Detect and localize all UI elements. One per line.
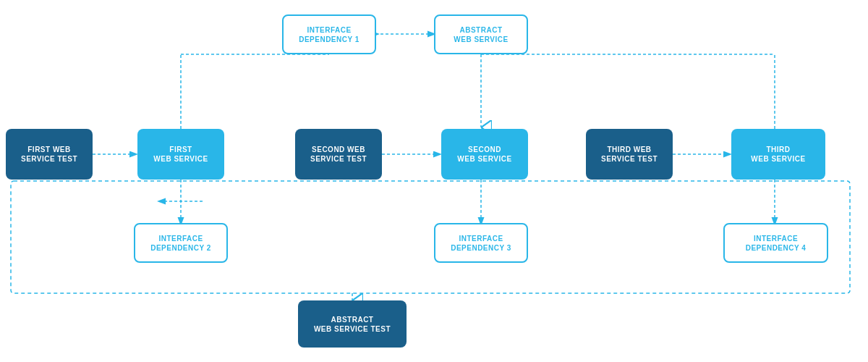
second-web-service-node: SECONDWEB SERVICE xyxy=(441,129,528,180)
first-web-service-node: FIRSTWEB SERVICE xyxy=(137,129,224,180)
abstract-web-service-test-node: ABSTRACTWEB SERVICE TEST xyxy=(298,300,407,348)
third-web-service-node: THIRDWEB SERVICE xyxy=(731,129,825,180)
second-web-service-test-node: SECOND WEBSERVICE TEST xyxy=(295,129,382,180)
interface-dependency-4-node: INTERFACEDEPENDENCY 4 xyxy=(723,223,828,263)
diagram-container: FIRST WEBSERVICE TEST FIRSTWEB SERVICE S… xyxy=(0,0,868,362)
interface-dependency-1-node: INTERFACEDEPENDENCY 1 xyxy=(282,14,376,54)
abstract-web-service-node: ABSTRACTWEB SERVICE xyxy=(434,14,528,54)
interface-dependency-2-node: INTERFACEDEPENDENCY 2 xyxy=(134,223,228,263)
arrows-svg xyxy=(0,0,868,362)
first-web-service-test-node: FIRST WEBSERVICE TEST xyxy=(6,129,93,180)
interface-dependency-3-node: INTERFACEDEPENDENCY 3 xyxy=(434,223,528,263)
third-web-service-test-node: THIRD WEBSERVICE TEST xyxy=(586,129,673,180)
